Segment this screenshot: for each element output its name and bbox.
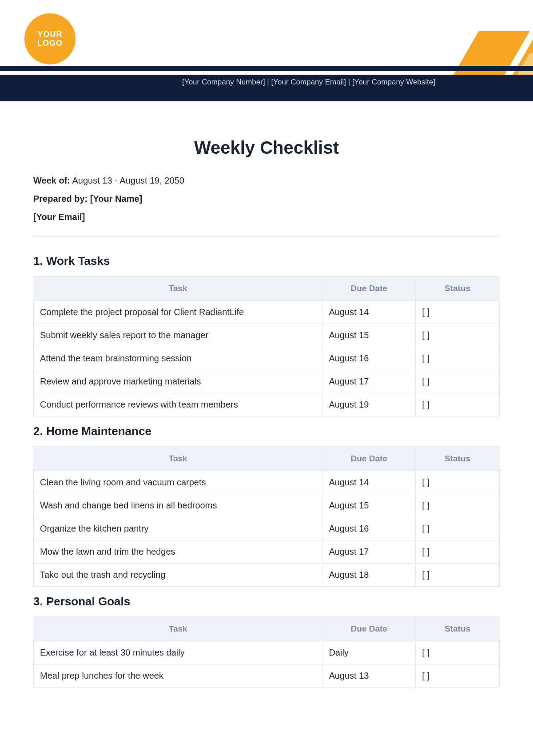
separator: | — [348, 78, 352, 86]
checklist-table: TaskDue DateStatusClean the living room … — [33, 446, 500, 587]
column-header-task: Task — [34, 276, 322, 301]
cell-status-checkbox[interactable]: [ ] — [416, 641, 500, 664]
cell-task: Clean the living room and vacuum carpets — [34, 471, 322, 494]
table-row: Review and approve marketing materialsAu… — [34, 370, 500, 393]
table-row: Conduct performance reviews with team me… — [34, 393, 500, 416]
meta-email: [Your Email] — [33, 212, 500, 222]
column-header-status: Status — [416, 447, 500, 471]
cell-task: Meal prep lunches for the week — [34, 664, 322, 688]
cell-due-date: August 19 — [322, 393, 416, 416]
company-website: [Your Company Website] — [352, 78, 435, 86]
cell-due-date: August 13 — [322, 664, 416, 688]
company-number: [Your Company Number] — [182, 78, 265, 86]
divider — [33, 236, 500, 236]
separator: | — [267, 78, 271, 86]
cell-task: Submit weekly sales report to the manage… — [34, 324, 322, 347]
email-value: [Your Email] — [33, 212, 85, 222]
checklist-table: TaskDue DateStatusComplete the project p… — [33, 276, 500, 416]
cell-status-checkbox[interactable]: [ ] — [416, 517, 500, 540]
cell-due-date: August 17 — [322, 370, 416, 393]
cell-due-date: August 15 — [322, 494, 416, 517]
logo-placeholder: YOUR LOGO — [24, 13, 76, 64]
cell-task: Organize the kitchen pantry — [34, 517, 322, 540]
cell-due-date: August 17 — [322, 540, 416, 564]
cell-task: Attend the team brainstorming session — [34, 347, 322, 370]
cell-due-date: Daily — [322, 641, 416, 664]
table-row: Clean the living room and vacuum carpets… — [34, 471, 500, 494]
table-row: Take out the trash and recyclingAugust 1… — [34, 564, 500, 587]
column-header-task: Task — [34, 447, 322, 471]
column-header-due: Due Date — [322, 276, 416, 301]
cell-status-checkbox[interactable]: [ ] — [416, 393, 500, 416]
cell-status-checkbox[interactable]: [ ] — [416, 324, 500, 347]
cell-status-checkbox[interactable]: [ ] — [416, 664, 500, 688]
table-row: Attend the team brainstorming sessionAug… — [34, 347, 500, 370]
cell-due-date: August 14 — [322, 471, 416, 494]
cell-status-checkbox[interactable]: [ ] — [416, 471, 500, 494]
logo-text-line2: LOGO — [37, 39, 63, 48]
cell-task: Complete the project proposal for Client… — [34, 301, 322, 324]
table-row: Wash and change bed linens in all bedroo… — [34, 494, 500, 517]
checklist-table: TaskDue DateStatusExercise for at least … — [33, 616, 500, 688]
meta-prepared: Prepared by: [Your Name] — [33, 194, 500, 204]
table-row: Organize the kitchen pantryAugust 16[ ] — [34, 517, 500, 540]
cell-task: Conduct performance reviews with team me… — [34, 393, 322, 416]
cell-due-date: August 15 — [322, 324, 416, 347]
cell-task: Take out the trash and recycling — [34, 564, 322, 587]
section-heading: 1. Work Tasks — [33, 254, 500, 268]
cell-status-checkbox[interactable]: [ ] — [416, 347, 500, 370]
table-row: Complete the project proposal for Client… — [34, 301, 500, 324]
meta-week: Week of: August 13 - August 19, 2050 — [33, 176, 500, 186]
cell-status-checkbox[interactable]: [ ] — [416, 370, 500, 393]
prepared-label: Prepared by: — [33, 194, 88, 204]
column-header-due: Due Date — [322, 447, 416, 471]
table-row: Submit weekly sales report to the manage… — [34, 324, 500, 347]
week-value: August 13 - August 19, 2050 — [72, 176, 184, 185]
section-heading: 3. Personal Goals — [33, 595, 500, 608]
page-title: Weekly Checklist — [33, 138, 500, 158]
week-label: Week of: — [33, 176, 70, 185]
cell-task: Exercise for at least 30 minutes daily — [34, 641, 322, 664]
section-heading: 2. Home Maintenance — [33, 424, 500, 438]
cell-status-checkbox[interactable]: [ ] — [416, 540, 500, 564]
cell-due-date: August 18 — [322, 564, 416, 587]
header-stripe — [0, 66, 533, 71]
table-row: Meal prep lunches for the weekAugust 13[… — [34, 664, 500, 688]
table-row: Exercise for at least 30 minutes dailyDa… — [34, 641, 500, 664]
logo-text-line1: YOUR — [37, 30, 62, 39]
column-header-status: Status — [416, 276, 500, 301]
column-header-status: Status — [416, 617, 500, 641]
header-contact-line: [Your Company Number] | [Your Company Em… — [133, 76, 435, 88]
company-email: [Your Company Email] — [271, 78, 346, 86]
cell-task: Wash and change bed linens in all bedroo… — [34, 494, 322, 517]
cell-task: Mow the lawn and trim the hedges — [34, 540, 322, 564]
column-header-task: Task — [34, 617, 322, 641]
prepared-value: [Your Name] — [90, 194, 142, 204]
cell-status-checkbox[interactable]: [ ] — [416, 301, 500, 324]
column-header-due: Due Date — [322, 617, 416, 641]
cell-due-date: August 16 — [322, 517, 416, 540]
cell-due-date: August 14 — [322, 301, 416, 324]
mask — [355, 0, 533, 31]
cell-status-checkbox[interactable]: [ ] — [416, 494, 500, 517]
cell-due-date: August 16 — [322, 347, 416, 370]
cell-status-checkbox[interactable]: [ ] — [416, 564, 500, 587]
table-row: Mow the lawn and trim the hedgesAugust 1… — [34, 540, 500, 564]
cell-task: Review and approve marketing materials — [34, 370, 322, 393]
